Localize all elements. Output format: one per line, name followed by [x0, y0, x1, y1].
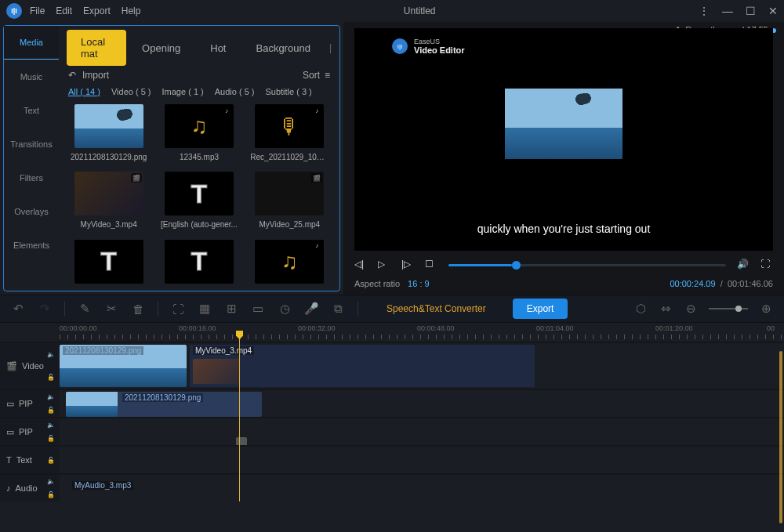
side-tab-overlays[interactable]: Overlays — [4, 194, 59, 228]
menu-export[interactable]: Export — [83, 5, 111, 16]
ruler-mark: 00:01:04.00 — [536, 324, 574, 332]
sort-button[interactable]: Sort ≡ — [303, 70, 330, 81]
track-content[interactable]: MyAudio_3.mp3 — [60, 475, 784, 501]
export-button[interactable]: Export — [513, 299, 568, 319]
thumbnail-subtitle — [165, 240, 234, 284]
track-content[interactable]: 20211208130129.png MyVideo_3.mp4 — [60, 343, 784, 389]
filter-subtitle[interactable]: Subtitle ( 3 ) — [265, 87, 311, 96]
filter-all[interactable]: All ( 14 ) — [68, 87, 100, 96]
playhead[interactable] — [239, 332, 240, 501]
sub-tab-opening[interactable]: Opening — [128, 36, 194, 60]
grid-icon[interactable]: ⊞ — [224, 302, 238, 316]
video-badge-icon: 🎬 — [311, 173, 322, 183]
side-tab-text[interactable]: Text — [4, 93, 59, 127]
time-ruler[interactable]: 00:00:00.00 00:00:16.00 00:00:32.00 00:0… — [0, 323, 784, 342]
media-item[interactable]: ♫♪ — [249, 240, 330, 284]
sub-tab-hot[interactable]: Hot — [196, 36, 240, 60]
track-controls[interactable]: 🔈🔓 — [47, 418, 58, 445]
side-tab-filters[interactable]: Filters — [4, 161, 59, 194]
volume-icon[interactable]: 🔊 — [737, 259, 750, 271]
mute-icon[interactable]: 🔈 — [47, 393, 58, 400]
mosaic-icon[interactable]: ▦ — [198, 302, 212, 316]
media-item[interactable] — [158, 240, 239, 284]
aspect-value[interactable]: 16 : 9 — [408, 279, 430, 288]
prev-frame-button[interactable]: ◁| — [354, 259, 367, 271]
track-content[interactable] — [60, 418, 784, 445]
media-item[interactable]: 20211208130129.png — [68, 104, 149, 162]
side-tab-elements[interactable]: Elements — [4, 228, 59, 262]
music-note-icon: ♫ — [191, 114, 207, 139]
filter-audio[interactable]: Audio ( 5 ) — [215, 87, 255, 96]
clip-pip1[interactable]: 20211208130129.png — [66, 392, 262, 417]
crop-icon[interactable]: ⛶ — [171, 302, 185, 316]
preview-header: I|I EaseUS Video Editor — [359, 33, 465, 60]
zoom-in-icon[interactable]: ⊕ — [759, 302, 773, 316]
media-item[interactable]: 🎬 MyVideo_25.mp4 — [249, 172, 330, 230]
thumbnail-audio: ♫♪ — [165, 104, 234, 148]
speech-text-converter-link[interactable]: Speech&Text Converter — [387, 303, 486, 314]
duration-icon[interactable]: ◷ — [278, 302, 292, 316]
media-label: Rec_20211029_1031... — [250, 153, 328, 161]
side-tab-music[interactable]: Music — [4, 60, 59, 93]
media-item[interactable]: ♫♪ 12345.mp3 — [158, 104, 239, 162]
sub-tab-background[interactable]: Background — [241, 36, 324, 60]
track-controls[interactable]: 🔓 — [47, 447, 58, 473]
menu-file[interactable]: File — [30, 5, 45, 16]
filter-image[interactable]: Image ( 1 ) — [162, 87, 204, 96]
media-item[interactable]: 🎬 MyVideo_3.mp4 — [68, 172, 149, 230]
lock-icon[interactable]: 🔓 — [47, 491, 58, 498]
media-item[interactable]: [English (auto-gener... — [158, 172, 239, 230]
lock-icon[interactable]: 🔓 — [47, 435, 58, 442]
progress-bar[interactable] — [448, 264, 726, 266]
filter-video[interactable]: Video ( 5 ) — [111, 87, 151, 96]
side-tabs: Media Music Text Transitions Filters Ove… — [4, 26, 59, 291]
marker-icon[interactable]: ⬡ — [633, 302, 648, 316]
menu-edit[interactable]: Edit — [56, 5, 72, 16]
vertical-scrollbar[interactable] — [779, 351, 782, 523]
track-content[interactable] — [60, 447, 784, 473]
fullscreen-icon[interactable]: ⛶ — [760, 259, 773, 271]
voiceover-icon[interactable]: 🎤 — [304, 302, 318, 316]
play-button[interactable]: ▷ — [378, 259, 390, 271]
track-controls[interactable]: 🔈🔓 — [47, 390, 58, 417]
minimize-button[interactable]: — — [722, 5, 733, 17]
media-item[interactable]: 🎙♪ Rec_20211029_1031... — [249, 104, 330, 162]
freeze-icon[interactable]: ▭ — [251, 302, 265, 316]
zoom-icon[interactable]: ⧉ — [331, 302, 345, 316]
delete-icon[interactable]: 🗑 — [131, 302, 145, 316]
cut-icon[interactable]: ✂ — [104, 302, 118, 316]
mute-icon[interactable]: 🔈 — [47, 351, 58, 358]
close-button[interactable]: ✕ — [768, 5, 778, 17]
menu-help[interactable]: Help — [122, 5, 141, 16]
side-tab-transitions[interactable]: Transitions — [4, 127, 59, 161]
mute-icon[interactable]: 🔈 — [47, 422, 58, 429]
import-button[interactable]: ↶ Import — [68, 70, 109, 81]
zoom-slider[interactable] — [709, 308, 748, 309]
more-icon[interactable]: ⋮ — [699, 5, 710, 17]
redo-button[interactable]: ↷ — [38, 302, 52, 316]
undo-button[interactable]: ↶ — [11, 302, 25, 316]
maximize-button[interactable]: ☐ — [746, 5, 756, 17]
track-controls[interactable]: 🔈🔓 — [47, 475, 58, 501]
zoom-out-icon[interactable]: ⊖ — [684, 302, 698, 316]
track-controls[interactable]: 🔈🔓 — [47, 343, 58, 389]
side-tab-media[interactable]: Media — [4, 26, 59, 60]
track-content[interactable]: 20211208130129.png — [60, 390, 784, 417]
timeline: 00:00:00.00 00:00:16.00 00:00:32.00 00:0… — [0, 323, 784, 501]
lock-icon[interactable]: 🔓 — [47, 457, 58, 464]
progress-thumb[interactable] — [512, 261, 521, 270]
clip-video1[interactable]: 20211208130129.png — [60, 345, 187, 387]
mute-icon[interactable]: 🔈 — [47, 478, 58, 485]
stop-button[interactable]: ☐ — [425, 259, 437, 271]
lock-icon[interactable]: 🔓 — [47, 407, 58, 414]
lock-icon[interactable]: 🔓 — [47, 374, 58, 381]
sub-tab-local[interactable]: Local mat — [67, 30, 126, 66]
preview-area[interactable]: I|I EaseUS Video Editor quickly when you… — [354, 28, 773, 251]
media-item[interactable] — [68, 240, 149, 284]
clip-audio1[interactable]: MyAudio_3.mp3 — [66, 480, 536, 497]
edit-icon[interactable]: ✎ — [78, 302, 92, 316]
fit-icon[interactable]: ⇔ — [659, 302, 673, 316]
next-frame-button[interactable]: |▷ — [401, 259, 414, 271]
clip-video2[interactable]: MyVideo_3.mp4 — [190, 345, 535, 387]
zoom-thumb[interactable] — [735, 306, 742, 312]
